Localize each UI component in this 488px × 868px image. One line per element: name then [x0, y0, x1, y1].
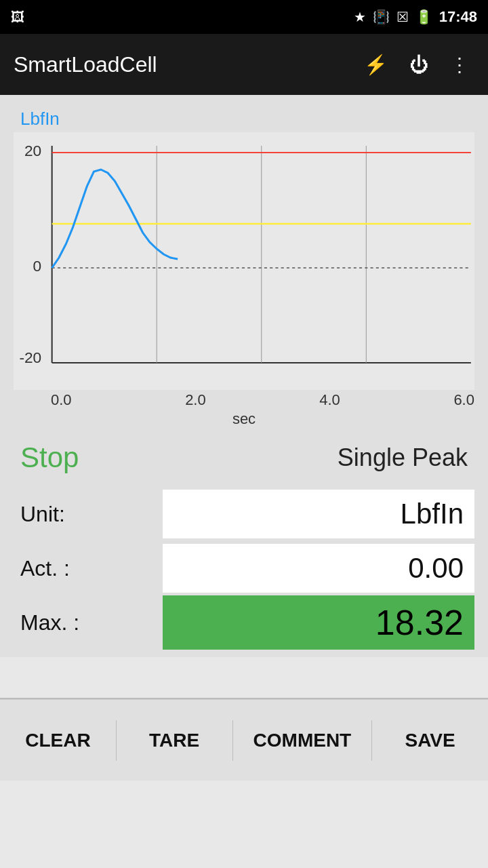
x-label-2: 2.0: [185, 391, 206, 409]
chart-unit: LbfIn: [20, 108, 474, 130]
max-label: Max. :: [14, 610, 163, 635]
vibrate-icon: 📳: [373, 9, 390, 25]
stop-button[interactable]: Stop: [20, 441, 79, 474]
app-bar: SmartLoadCell ⚡ ⏻ ⋮: [0, 34, 488, 95]
unit-value: LbfIn: [163, 490, 474, 538]
mode-label: Single Peak: [338, 443, 468, 472]
comment-button[interactable]: COMMENT: [233, 716, 372, 765]
power-icon[interactable]: ⏻: [404, 48, 434, 81]
clear-button[interactable]: CLEAR: [0, 716, 116, 765]
bottom-bar: CLEAR TARE COMMENT SAVE: [0, 699, 488, 781]
svg-text:20: 20: [24, 142, 41, 159]
save-button[interactable]: SAVE: [372, 716, 488, 765]
max-row: Max. : 18.32: [14, 596, 474, 649]
svg-text:0: 0: [33, 258, 42, 275]
data-fields: Unit: LbfIn Act. : 0.00 Max. : 18.32: [14, 488, 474, 649]
chart-svg: 20 0 -20: [14, 132, 474, 390]
svg-rect-0: [14, 132, 474, 390]
x-label-4: 4.0: [319, 391, 340, 409]
unit-row: Unit: LbfIn: [14, 488, 474, 540]
unit-label: Unit:: [14, 502, 163, 527]
chart-x-labels: 0.0 2.0 4.0 6.0: [14, 390, 474, 409]
max-value: 18.32: [163, 595, 474, 650]
act-value: 0.00: [163, 544, 474, 593]
status-time: 17:48: [439, 8, 477, 26]
main-content: LbfIn 20 0 -20: [0, 95, 488, 657]
x-label-0: 0.0: [51, 391, 72, 409]
chart-wrapper: 20 0 -20: [14, 132, 474, 390]
photo-icon: 🖼: [11, 9, 24, 25]
more-vertical-icon[interactable]: ⋮: [445, 48, 474, 81]
bluetooth-icon: ★: [354, 9, 366, 25]
svg-text:-20: -20: [19, 349, 41, 366]
chart-x-unit: sec: [14, 410, 474, 428]
battery-icon: 🔋: [415, 9, 432, 25]
tare-button[interactable]: TARE: [117, 716, 232, 765]
app-title: SmartLoadCell: [14, 52, 348, 77]
act-row: Act. : 0.00: [14, 542, 474, 595]
status-bar: 🖼 ★ 📳 ☒ 🔋 17:48: [0, 0, 488, 34]
x-label-6: 6.0: [453, 391, 474, 409]
chart-container: LbfIn 20 0 -20: [14, 108, 474, 428]
signal-off-icon: ☒: [396, 9, 409, 25]
battery-charging-icon[interactable]: ⚡: [359, 48, 393, 81]
controls-row: Stop Single Peak: [0, 428, 488, 488]
act-label: Act. :: [14, 556, 163, 581]
